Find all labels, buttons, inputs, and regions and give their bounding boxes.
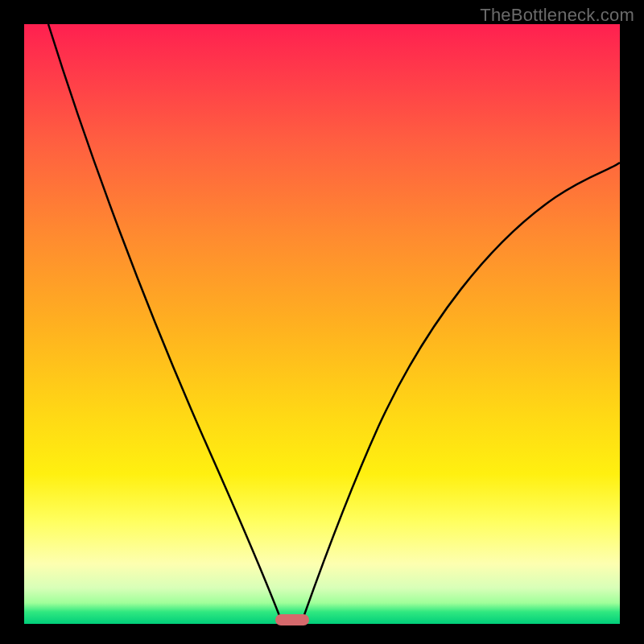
right-curve-path (301, 163, 620, 624)
chart-frame: TheBottleneck.com (0, 0, 644, 644)
watermark-text: TheBottleneck.com (480, 5, 634, 26)
bottleneck-curve (24, 24, 620, 624)
bottleneck-marker (275, 614, 309, 625)
left-curve-path (48, 24, 283, 624)
